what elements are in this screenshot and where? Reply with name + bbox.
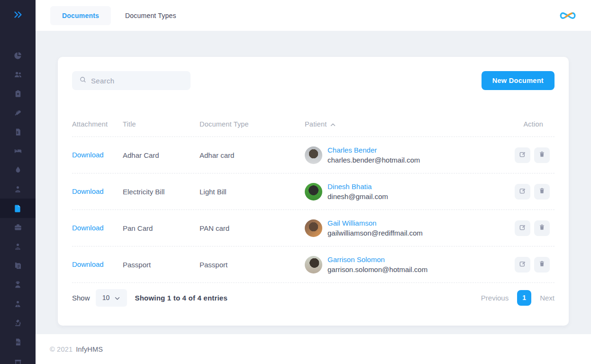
tab-documents-label: Documents [62,12,99,19]
top-header: Documents Document Types [36,0,591,31]
svg-text:Rx: Rx [16,341,20,344]
sidebar-item-documents[interactable] [0,199,36,218]
row-actions [499,220,555,236]
column-header-attachment[interactable]: Attachment [72,120,123,128]
patient-email: garrison.solomon@hotmail.com [327,265,427,273]
patient-cell: Charles Bender charles.bender@hotmail.co… [305,146,499,164]
trash-icon [538,187,546,196]
sidebar-item-patients[interactable] [0,65,36,84]
row-actions [499,257,555,273]
table-row: Download Electricity Bill Light Bill Din… [72,173,555,210]
table-header: Attachment Title Document Type Patient A… [72,120,555,137]
table-footer: Show 10 Showing 1 to 4 of 4 entries Prev… [72,288,555,307]
sidebar-item-pathology[interactable] [0,313,36,332]
column-header-document-type[interactable]: Document Type [200,120,305,128]
sidebar-item-billing[interactable]: $ [0,122,36,141]
sidebar-item-dashboard[interactable] [0,46,36,65]
doctor-icon [13,300,22,309]
patient-name-link[interactable]: Garrison Solomon [327,255,427,264]
document-type-cell: Light Bill [200,188,305,196]
next-page-button[interactable]: Next [540,294,555,302]
edit-pencil-icon [519,224,527,233]
sidebar-item-beds[interactable] [0,141,36,160]
table-row: Download Adhar Card Adhar card Charles B… [72,137,555,173]
patient-name-link[interactable]: Charles Bender [327,146,420,154]
prescription-file-icon: Rx [14,337,22,346]
column-header-patient[interactable]: Patient [305,120,499,128]
sidebar-item-blood-bank[interactable] [0,161,36,180]
chevrons-right-icon [13,9,23,22]
previous-page-button[interactable]: Previous [481,294,509,302]
title-cell: Electricity Bill [123,188,200,196]
copyright-text: © 2021 [50,346,73,353]
search-icon [79,76,87,85]
row-actions [499,147,555,163]
column-header-title[interactable]: Title [123,120,200,128]
edit-pencil-icon [519,151,527,160]
services-box-icon [13,223,23,232]
tab-documents[interactable]: Documents [50,6,111,25]
document-type-cell: PAN card [200,224,305,232]
sidebar-item-accountants[interactable] [0,237,36,256]
sidebar: $ Rx [0,0,36,364]
download-link[interactable]: Download [72,151,104,159]
patients-icon [13,70,23,79]
sidebar-item-vaccinations[interactable] [0,103,36,122]
sidebar-item-patient-admissions[interactable] [0,180,36,199]
sidebar-item-doctors[interactable] [0,294,36,313]
avatar [305,146,322,164]
page-size-select[interactable]: 10 [96,289,127,307]
search-input[interactable] [91,77,181,85]
sidebar-item-receptionists[interactable] [0,275,36,294]
download-link[interactable]: Download [72,260,104,268]
entries-summary: Showing 1 to 4 of 4 entries [135,294,227,302]
sidebar-collapse-toggle[interactable] [0,0,36,31]
edit-button[interactable] [515,184,530,200]
sidebar-item-services[interactable] [0,218,36,237]
sidebar-item-prescriptions[interactable]: Rx [0,332,36,351]
new-document-button[interactable]: New Document [482,71,555,90]
sidebar-item-case-reports[interactable] [0,256,36,275]
accountant-icon [13,242,22,251]
title-cell: Passport [123,261,200,269]
blood-drop-icon [14,165,22,174]
tab-document-types-label: Document Types [125,12,176,19]
delete-button[interactable] [534,257,550,273]
document-type-cell: Passport [200,261,305,269]
document-type-cell: Adhar card [200,151,305,159]
pagination: Previous 1 Next [481,290,555,306]
delete-button[interactable] [534,147,550,163]
download-link[interactable]: Download [72,224,104,232]
bed-icon [13,146,23,155]
patient-email: charles.bender@hotmail.com [327,156,420,164]
current-page-button[interactable]: 1 [517,290,531,306]
clipboard-plus-icon [14,89,22,98]
edit-button[interactable] [515,147,530,163]
patient-email: gailwilliamson@rediffmail.com [327,229,423,237]
search-box[interactable] [72,71,191,90]
edit-button[interactable] [515,220,530,236]
delete-button[interactable] [534,220,550,236]
row-actions [499,184,555,200]
bench-icon [13,356,23,364]
report-file-icon [14,261,22,270]
table-row: Download Pan Card PAN card Gail Williams… [72,210,555,246]
patient-email: dinesh@gmail.com [327,192,388,200]
microscope-icon [13,318,22,328]
avatar [305,183,322,200]
edit-button[interactable] [515,257,530,273]
sidebar-nav: $ Rx [0,46,36,364]
download-link[interactable]: Download [72,187,104,195]
patient-name-link[interactable]: Gail Williamson [327,219,423,227]
page-footer: © 2021 InfyHMS [36,334,591,364]
avatar [305,256,322,273]
delete-button[interactable] [534,184,550,200]
sort-ascending-icon [330,120,336,128]
tab-document-types[interactable]: Document Types [118,6,183,25]
pie-chart-icon [13,51,22,60]
sidebar-item-appointments[interactable] [0,84,36,103]
avatar [305,219,322,237]
patient-cell: Garrison Solomon garrison.solomon@hotmai… [305,255,499,273]
patient-name-link[interactable]: Dinesh Bhatia [327,182,388,191]
sidebar-item-finance[interactable] [0,352,36,364]
